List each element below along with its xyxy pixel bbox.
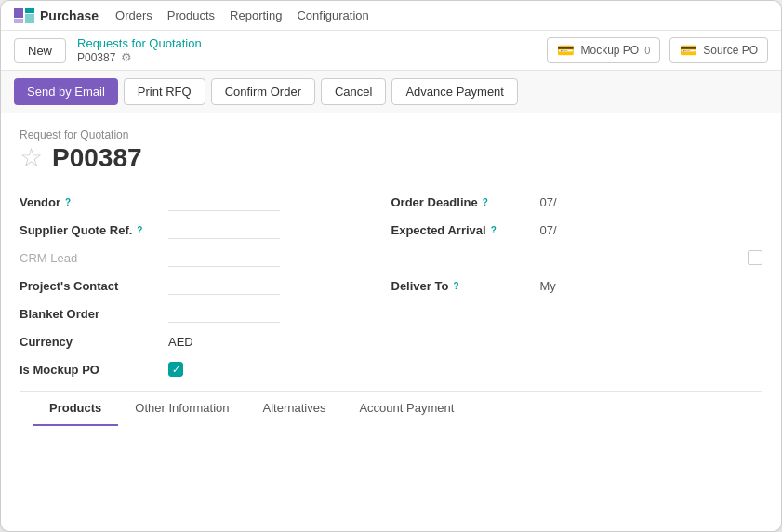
svg-rect-1 — [14, 19, 23, 23]
tab-account-payment[interactable]: Account Payment — [342, 392, 471, 426]
tab-products[interactable]: Products — [33, 392, 118, 426]
expected-arrival-value[interactable]: 07/ — [540, 223, 763, 237]
action-bar-right: 💳 Mockup PO 0 💳 Source PO — [547, 37, 768, 63]
crm-lead-row: CRM Lead — [20, 244, 391, 272]
new-button[interactable]: New — [14, 38, 66, 63]
deliver-to-hint[interactable]: ? — [453, 281, 458, 291]
breadcrumb-title[interactable]: Requests for Quotation — [77, 36, 202, 50]
right-empty-row-4 — [391, 355, 763, 383]
right-empty-row-3 — [391, 327, 763, 355]
fields-right: Order Deadline ? 07/ Expected Arrival ? … — [391, 188, 763, 383]
blanket-order-row: Blanket Order — [20, 299, 391, 327]
fields-left: Vendor ? Supplier Quote Ref. ? CRM Lead … — [20, 188, 391, 383]
right-empty-row-1 — [391, 244, 763, 272]
send-email-button[interactable]: Send by Email — [14, 78, 118, 105]
nav-orders[interactable]: Orders — [115, 7, 152, 24]
blanket-order-label: Blanket Order — [20, 307, 168, 321]
mockup-po-count: 0 — [644, 45, 650, 56]
right-empty-1 — [391, 248, 749, 267]
form-header-label: Request for Quotation — [20, 128, 762, 141]
projects-contact-label: Project's Contact — [20, 279, 168, 293]
form-title: P00387 — [52, 143, 142, 173]
supplier-quote-row: Supplier Quote Ref. ? — [20, 216, 391, 244]
supplier-quote-input[interactable] — [168, 220, 280, 239]
svg-rect-2 — [25, 8, 34, 13]
nav-reporting[interactable]: Reporting — [230, 7, 282, 24]
purchase-logo-icon — [14, 8, 34, 23]
nav-links: Orders Products Reporting Configuration — [115, 7, 369, 24]
svg-rect-0 — [14, 8, 23, 18]
is-mockup-po-checkbox[interactable]: ✓ — [168, 362, 183, 377]
supplier-quote-label: Supplier Quote Ref. ? — [20, 223, 168, 237]
supplier-quote-hint[interactable]: ? — [137, 225, 142, 235]
empty-checkbox[interactable] — [748, 250, 762, 265]
action-bar-left: New Requests for Quotation P00387 ⚙ — [14, 36, 202, 64]
currency-label: Currency — [20, 335, 168, 349]
mockup-po-label: Mockup PO — [580, 44, 639, 57]
tab-alternatives[interactable]: Alternatives — [246, 392, 343, 426]
app-logo: Purchase — [14, 8, 99, 23]
currency-value: AED — [168, 335, 193, 349]
order-deadline-value[interactable]: 07/ — [540, 195, 763, 209]
nav-configuration[interactable]: Configuration — [297, 7, 368, 24]
vendor-label: Vendor ? — [20, 195, 168, 209]
nav-products[interactable]: Products — [167, 7, 215, 24]
crm-lead-input[interactable] — [168, 248, 280, 267]
projects-contact-input[interactable] — [168, 276, 280, 295]
advance-payment-button[interactable]: Advance Payment — [391, 78, 518, 105]
source-po-label: Source PO — [703, 44, 758, 57]
top-nav: Purchase Orders Products Reporting Confi… — [1, 1, 781, 31]
bottom-tabs: Products Other Information Alternatives … — [20, 391, 762, 426]
fields-grid: Vendor ? Supplier Quote Ref. ? CRM Lead … — [20, 188, 762, 383]
expected-arrival-hint[interactable]: ? — [491, 225, 497, 235]
order-deadline-row: Order Deadline ? 07/ — [391, 188, 763, 216]
is-mockup-po-label: Is Mockup PO — [20, 363, 168, 377]
gear-icon[interactable]: ⚙ — [121, 50, 132, 64]
vendor-input[interactable] — [168, 193, 280, 211]
order-deadline-label: Order Deadline ? — [391, 195, 540, 209]
source-po-icon: 💳 — [680, 42, 697, 59]
is-mockup-po-row: Is Mockup PO ✓ — [20, 355, 391, 383]
deliver-to-label: Deliver To ? — [391, 279, 540, 293]
app-name: Purchase — [40, 8, 99, 23]
breadcrumb-sub: P00387 ⚙ — [77, 50, 202, 64]
action-bar: New Requests for Quotation P00387 ⚙ 💳 Mo… — [1, 31, 781, 71]
favorite-star-icon[interactable]: ☆ — [20, 145, 43, 171]
cancel-button[interactable]: Cancel — [321, 78, 386, 105]
vendor-row: Vendor ? — [20, 188, 391, 216]
order-deadline-hint[interactable]: ? — [483, 197, 488, 207]
confirm-order-button[interactable]: Confirm Order — [211, 78, 315, 105]
svg-rect-3 — [25, 14, 34, 23]
vendor-hint[interactable]: ? — [65, 197, 71, 207]
app-window: Purchase Orders Products Reporting Confi… — [0, 0, 782, 532]
mockup-po-icon: 💳 — [557, 42, 575, 59]
deliver-to-row: Deliver To ? My — [391, 272, 763, 299]
form-area: Request for Quotation ☆ P00387 Vendor ? … — [1, 113, 781, 531]
print-rfq-button[interactable]: Print RFQ — [124, 78, 205, 105]
right-empty-row-2 — [391, 299, 763, 327]
expected-arrival-label: Expected Arrival ? — [391, 223, 540, 237]
blanket-order-input[interactable] — [168, 304, 280, 323]
expected-arrival-row: Expected Arrival ? 07/ — [391, 216, 763, 244]
form-title-row: ☆ P00387 — [20, 143, 762, 173]
mockup-po-badge[interactable]: 💳 Mockup PO 0 — [547, 37, 660, 63]
breadcrumb: Requests for Quotation P00387 ⚙ — [77, 36, 202, 64]
breadcrumb-id: P00387 — [77, 51, 115, 64]
crm-lead-label: CRM Lead — [20, 251, 168, 265]
deliver-to-value[interactable]: My — [540, 279, 763, 293]
source-po-badge[interactable]: 💳 Source PO — [669, 37, 768, 63]
tab-other-information[interactable]: Other Information — [118, 392, 245, 426]
projects-contact-row: Project's Contact — [20, 272, 391, 299]
button-bar: Send by Email Print RFQ Confirm Order Ca… — [1, 71, 781, 113]
currency-row: Currency AED — [20, 327, 391, 355]
